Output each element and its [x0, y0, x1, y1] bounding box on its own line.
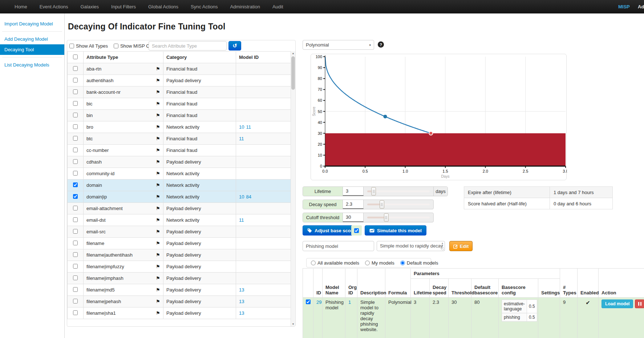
row-checkbox-bic[interactable] [73, 101, 78, 106]
pause-model-button[interactable] [635, 299, 644, 308]
edit-model-button[interactable]: Edit [449, 241, 473, 251]
model-id-link-84[interactable]: 84 [246, 194, 251, 200]
model-id-link-10[interactable]: 10 [239, 194, 244, 200]
nav-item-sync-actions[interactable]: Sync Actions [185, 0, 224, 13]
resize-grip-icon[interactable] [441, 247, 444, 250]
sidebar-item-decaying-tool[interactable]: Decaying Tool [0, 44, 64, 55]
model-row-checkbox[interactable] [306, 299, 311, 304]
cutoff-threshold-value-input[interactable] [343, 213, 364, 222]
show-misp-objects-checkbox[interactable] [114, 44, 118, 48]
row-checkbox-btc[interactable] [73, 136, 78, 141]
refresh-button[interactable]: ↺ [228, 41, 241, 51]
show-all-types-toggle[interactable]: Show All Types [69, 43, 108, 49]
model-id-link-11[interactable]: 11 [246, 124, 251, 130]
cutoff-point[interactable] [429, 132, 433, 135]
flag-icon[interactable]: ⚑ [156, 78, 160, 83]
row-checkbox-filename-authentihash[interactable] [73, 252, 78, 257]
decay-speed-value-input[interactable] [343, 200, 364, 209]
nav-item-audit[interactable]: Audit [266, 0, 289, 13]
help-icon[interactable]: ? [378, 41, 384, 48]
row-checkbox-bank-account-nr[interactable] [73, 89, 78, 94]
flag-icon[interactable]: ⚑ [156, 287, 160, 293]
flag-icon[interactable]: ⚑ [156, 229, 160, 234]
default-models-radio[interactable] [400, 261, 405, 265]
decay-speed-slider[interactable] [364, 200, 433, 209]
model-id-link-11[interactable]: 11 [239, 136, 244, 141]
scroll-down-icon[interactable]: ▼ [291, 322, 295, 326]
adjust-base-score-checkbox[interactable] [354, 228, 359, 233]
model-name-input[interactable] [303, 241, 374, 251]
model-id-link[interactable]: 29 [316, 299, 321, 305]
scrollbar-thumb[interactable] [291, 56, 295, 90]
nav-item-event-actions[interactable]: Event Actions [33, 0, 74, 13]
row-checkbox-community-id[interactable] [73, 171, 78, 176]
misp-brand-link[interactable]: MISP [618, 0, 630, 13]
flag-icon[interactable]: ⚑ [156, 124, 160, 130]
model-id-link-13[interactable]: 13 [239, 310, 244, 316]
scroll-up-icon[interactable]: ▲ [291, 51, 295, 56]
row-checkbox-bro[interactable] [73, 124, 78, 129]
model-id-link-13[interactable]: 13 [239, 287, 244, 293]
formula-select[interactable]: Polynomial ▾ [303, 40, 374, 50]
flag-icon[interactable]: ⚑ [156, 310, 160, 316]
model-description-textarea[interactable]: Simple model to rapidly decay ▲▼ [377, 241, 445, 251]
flag-icon[interactable]: ⚑ [156, 252, 160, 258]
nav-item-global-actions[interactable]: Global Actions [142, 0, 185, 13]
model-id-link-11[interactable]: 11 [239, 217, 244, 223]
sidebar-item-add-decaying-model[interactable]: Add Decaying Model [0, 34, 64, 44]
flag-icon[interactable]: ⚑ [156, 299, 160, 304]
row-checkbox-domain-ip[interactable] [73, 194, 78, 199]
row-checkbox-cc-number[interactable] [73, 148, 78, 152]
row-checkbox-cdhash[interactable] [73, 159, 78, 164]
all-available-models-radio[interactable] [311, 261, 316, 265]
row-checkbox-filename-md5[interactable] [73, 287, 78, 292]
nav-item-input-filters[interactable]: Input Filters [105, 0, 142, 13]
row-checkbox-aba-rtn[interactable] [73, 66, 78, 71]
admin-menu-link[interactable]: Admin [638, 0, 644, 13]
row-checkbox-bin[interactable] [73, 113, 78, 117]
radio-option-my-models[interactable]: My models [365, 260, 394, 266]
row-checkbox-domain[interactable] [73, 182, 78, 187]
current-score-point[interactable] [384, 115, 387, 118]
flag-icon[interactable]: ⚑ [156, 101, 160, 106]
row-checkbox-filename-sha1[interactable] [73, 310, 78, 315]
sidebar-item-list-decaying-models[interactable]: List Decaying Models [0, 60, 64, 70]
org-id-link[interactable]: 1 [348, 299, 351, 305]
row-checkbox-filename-impfuzzy[interactable] [73, 264, 78, 269]
radio-option-all-available-models[interactable]: All available models [311, 260, 359, 266]
lifetime-value-input[interactable] [343, 187, 364, 196]
radio-option-default-models[interactable]: Default models [400, 260, 438, 266]
flag-icon[interactable]: ⚑ [156, 136, 160, 141]
flag-icon[interactable]: ⚑ [156, 89, 160, 95]
search-attribute-input[interactable] [149, 41, 227, 51]
lifetime-slider-handle[interactable] [371, 187, 376, 196]
row-checkbox-authentihash[interactable] [73, 78, 78, 83]
row-checkbox-filename-pehash[interactable] [73, 299, 78, 303]
select-all-checkbox[interactable] [73, 55, 78, 59]
nav-item-galaxies[interactable]: Galaxies [74, 0, 105, 13]
row-checkbox-email-dst[interactable] [73, 217, 78, 222]
nav-item-home[interactable]: Home [8, 0, 33, 13]
flag-icon[interactable]: ⚑ [156, 275, 160, 281]
slider-track[interactable] [367, 190, 430, 192]
show-all-types-checkbox[interactable] [69, 44, 74, 48]
flag-icon[interactable]: ⚑ [156, 241, 160, 246]
flag-icon[interactable]: ⚑ [156, 182, 160, 188]
sidebar-item-import-decaying-model[interactable]: Import Decaying Model [0, 19, 64, 29]
flag-icon[interactable]: ⚑ [156, 206, 160, 211]
flag-icon[interactable]: ⚑ [156, 66, 160, 72]
decay-speed-slider-handle[interactable] [380, 200, 384, 209]
cutoff-threshold-slider-handle[interactable] [384, 213, 389, 222]
model-id-link-13[interactable]: 13 [239, 299, 244, 304]
my-models-radio[interactable] [365, 261, 370, 265]
row-checkbox-email-src[interactable] [73, 229, 78, 234]
row-checkbox-filename[interactable] [73, 241, 78, 245]
flag-icon[interactable]: ⚑ [156, 264, 160, 269]
flag-icon[interactable]: ⚑ [156, 171, 160, 176]
lifetime-slider[interactable] [364, 187, 433, 196]
cutoff-threshold-slider[interactable] [364, 213, 433, 222]
model-id-link-10[interactable]: 10 [239, 124, 244, 130]
row-checkbox-email-attachment[interactable] [73, 206, 78, 210]
flag-icon[interactable]: ⚑ [156, 217, 160, 223]
table-scrollbar[interactable]: ▲ ▼ [291, 51, 295, 326]
